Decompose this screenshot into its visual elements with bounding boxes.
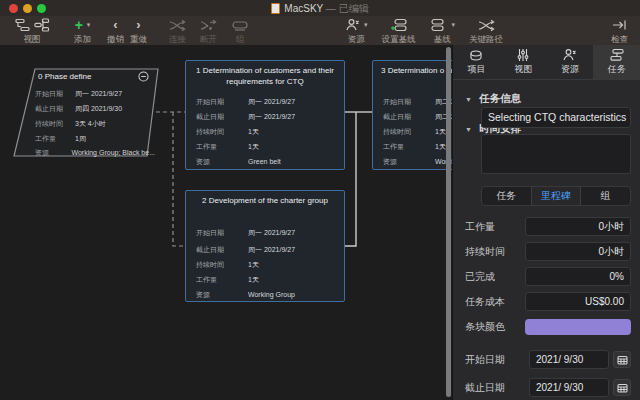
segment-group[interactable]: 组 bbox=[580, 187, 630, 205]
node-field-row: 资源Working Group; Black be... bbox=[35, 149, 155, 157]
task-cost-input[interactable]: US$0.00 bbox=[525, 292, 631, 311]
work-amount-input[interactable]: 0小时 bbox=[525, 217, 631, 236]
toolbar-set-baseline-button[interactable]: 设置基线 bbox=[382, 17, 416, 46]
disconnect-icon bbox=[200, 19, 217, 32]
chevron-down-icon: ▾ bbox=[364, 21, 368, 29]
node-field-row: 持续时间3天 4小时 bbox=[35, 120, 155, 128]
node-field-row: 截止日期周四 2021/9/30 bbox=[35, 105, 155, 113]
redo-icon: › bbox=[136, 17, 140, 33]
node-field-row: 开始日期周一 2021/9/27 bbox=[196, 229, 340, 237]
node-field-row: 资源Green belt bbox=[196, 158, 340, 166]
toolbar-add-button[interactable]: +▾ 添加 bbox=[74, 17, 91, 46]
app-window: MacSKY — 已编辑 视图 +▾ 添加 ‹ 撤销 › 重做 连接 bbox=[0, 0, 640, 400]
toolbar-baseline-button[interactable]: ▾ 基线 bbox=[430, 17, 456, 46]
collapse-minus-icon[interactable] bbox=[138, 71, 149, 82]
network-diagram-canvas[interactable]: 0 Phase define 开始日期周一 2021/9/27 截止日期周四 2… bbox=[0, 45, 452, 400]
connect-icon bbox=[169, 19, 186, 32]
calendar-icon bbox=[617, 355, 628, 365]
node-field-row: 截止日期周一 2021/9/27 bbox=[196, 246, 340, 254]
summary-node-phase-define[interactable]: 0 Phase define 开始日期周一 2021/9/27 截止日期周四 2… bbox=[13, 68, 159, 157]
field-row-work: 工作量 0小时 bbox=[465, 217, 631, 236]
start-date-input[interactable]: 2021/ 9/30 bbox=[529, 350, 609, 369]
tab-view[interactable]: 视图 bbox=[500, 45, 547, 79]
bar-color-swatch[interactable] bbox=[525, 319, 631, 335]
tab-resources[interactable]: 资源 bbox=[547, 45, 594, 79]
inspector-toggle-icon bbox=[612, 19, 627, 31]
field-row-duration: 持续时间 0小时 bbox=[465, 242, 631, 261]
node-title: 0 Phase define bbox=[38, 72, 91, 81]
node-field-row: 开始日期周一 2021/9/27 bbox=[196, 98, 340, 106]
inspector-tab-bar: 项目 视图 资源 任务 bbox=[453, 45, 640, 80]
undo-icon: ‹ bbox=[113, 17, 117, 33]
toolbar-undo-button[interactable]: ‹ 撤销 bbox=[107, 17, 124, 46]
critical-path-icon bbox=[478, 19, 495, 32]
title-bar: MacSKY — 已编辑 bbox=[0, 0, 640, 16]
chevron-down-icon: ▾ bbox=[452, 21, 456, 29]
node-title: 2 Development of the charter group bbox=[186, 191, 344, 207]
segment-task[interactable]: 任务 bbox=[482, 187, 531, 205]
task-layers-icon bbox=[609, 48, 625, 62]
calendar-icon bbox=[617, 383, 628, 393]
task-node-2[interactable]: 2 Development of the charter group 开始日期周… bbox=[185, 190, 345, 302]
project-icon bbox=[468, 48, 484, 62]
node-field-row: 资源Workin bbox=[383, 158, 452, 166]
group-icon bbox=[231, 19, 249, 32]
task-type-segmented-control: 任务 里程碑 组 bbox=[481, 186, 631, 206]
node-field-row: 工作量1天 bbox=[196, 276, 340, 284]
node-field-row: 持续时间1天 bbox=[383, 128, 452, 136]
network-view-icon bbox=[34, 18, 50, 32]
person-icon bbox=[345, 18, 360, 32]
field-row-complete: 已完成 0% bbox=[465, 267, 631, 286]
node-field-row: 持续时间1天 bbox=[196, 261, 340, 269]
field-row-cost: 任务成本 US$0.00 bbox=[465, 292, 631, 311]
tab-project[interactable]: 项目 bbox=[453, 45, 500, 79]
toolbar: 视图 +▾ 添加 ‹ 撤销 › 重做 连接 断开 组 ▾ 资源 bbox=[0, 16, 640, 45]
node-field-row: 截止日期周二 20 bbox=[383, 113, 452, 121]
field-row-bar-color: 条块颜色 bbox=[465, 317, 631, 336]
task-node-1[interactable]: 1 Determination of customers and their r… bbox=[185, 60, 345, 170]
field-row-start-date: 开始日期 2021/ 9/30 bbox=[465, 350, 631, 369]
document-icon bbox=[271, 3, 280, 14]
segment-milestone[interactable]: 里程碑 bbox=[531, 187, 581, 205]
toolbar-critical-path-button[interactable]: 关键路径 bbox=[469, 17, 503, 46]
set-baseline-icon bbox=[390, 18, 408, 32]
node-field-row: 开始日期周二 20 bbox=[383, 98, 452, 106]
baseline-icon bbox=[430, 18, 448, 32]
node-field-row: 资源Working Group bbox=[196, 291, 340, 299]
disclosure-triangle[interactable]: ▼ bbox=[465, 96, 472, 103]
node-field-row: 持续时间1天 bbox=[196, 128, 340, 136]
node-field-row: 开始日期周一 2021/9/27 bbox=[35, 90, 155, 98]
window-title: MacSKY — 已编辑 bbox=[0, 2, 640, 16]
toolbar-view-button[interactable]: 视图 bbox=[6, 17, 58, 46]
toolbar-inspect-button[interactable]: 检查 bbox=[611, 17, 628, 46]
outline-view-icon bbox=[15, 18, 31, 32]
task-node-3[interactable]: 3 Determination o ams 开始日期周二 20 截止日期周二 2… bbox=[372, 60, 452, 170]
end-date-input[interactable]: 2021/ 9/30 bbox=[529, 378, 609, 397]
toolbar-disconnect-button[interactable]: 断开 bbox=[200, 17, 217, 46]
start-date-calendar-button[interactable] bbox=[613, 351, 631, 368]
toolbar-group-button[interactable]: 组 bbox=[231, 17, 249, 46]
tab-task[interactable]: 任务 bbox=[593, 45, 640, 79]
task-name-input[interactable]: Selecting CTQ characteristics bbox=[481, 107, 631, 128]
node-title: 1 Determination of customers and their r… bbox=[186, 61, 344, 87]
percent-complete-input[interactable]: 0% bbox=[525, 267, 631, 286]
node-field-row: 截止日期周一 2021/9/27 bbox=[196, 113, 340, 121]
sliders-icon bbox=[516, 48, 530, 62]
people-icon bbox=[562, 48, 577, 62]
node-field-row: 工作量1天 bbox=[383, 143, 452, 151]
plus-icon: + bbox=[75, 19, 83, 31]
disclosure-triangle[interactable]: ▼ bbox=[465, 126, 472, 133]
end-date-calendar-button[interactable] bbox=[613, 379, 631, 396]
canvas-vertical-scrollbar[interactable] bbox=[446, 47, 451, 397]
task-notes-input[interactable] bbox=[481, 134, 631, 174]
node-field-row: 工作量1周 bbox=[35, 135, 155, 143]
toolbar-resources-button[interactable]: ▾ 资源 bbox=[345, 17, 368, 46]
node-title: 3 Determination o ams bbox=[373, 61, 452, 77]
toolbar-connect-button[interactable]: 连接 bbox=[169, 17, 186, 46]
inspector-sidebar: 项目 视图 资源 任务 ▼ 任务信息 Selecting CTQ charact… bbox=[452, 45, 640, 400]
toolbar-redo-button[interactable]: › 重做 bbox=[130, 17, 147, 46]
duration-input[interactable]: 0小时 bbox=[525, 242, 631, 261]
section-title-task-info: 任务信息 bbox=[479, 92, 521, 106]
chevron-down-icon: ▾ bbox=[87, 21, 91, 29]
node-field-row: 工作量1天 bbox=[196, 143, 340, 151]
